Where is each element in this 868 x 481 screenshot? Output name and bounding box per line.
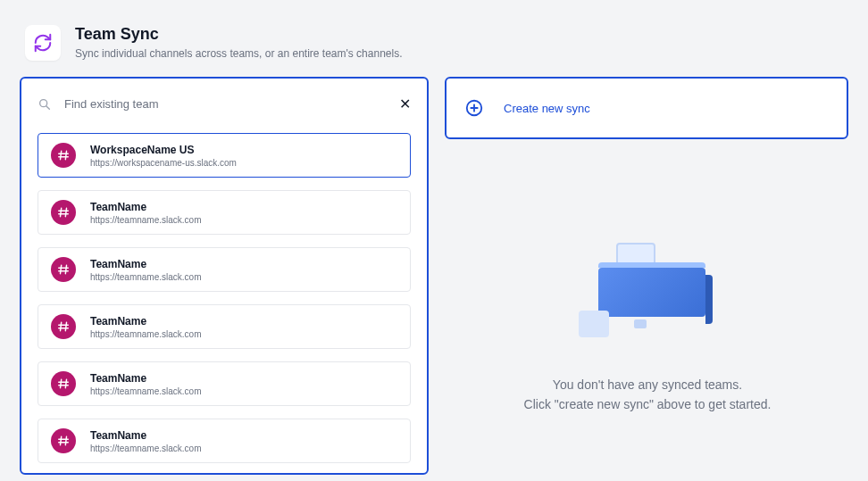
clear-search-button[interactable]: ✕ [399,97,411,112]
svg-line-6 [61,208,62,216]
team-url: https://teamname.slack.com [90,272,202,282]
slack-icon [51,314,76,339]
svg-line-14 [61,322,62,330]
team-url: https://teamname.slack.com [90,329,202,339]
page-title: Team Sync [75,25,402,44]
slack-icon [51,200,76,225]
page-header: Team Sync Sync individual channels acros… [0,0,868,77]
search-panel: ✕ WorkspaceName UShttps://workspacename-… [20,77,429,475]
sync-icon [33,33,53,53]
search-input[interactable] [63,96,388,112]
team-list: WorkspaceName UShttps://workspacename-us… [38,133,411,463]
sync-logo [25,25,61,61]
slack-icon [51,257,76,282]
team-card[interactable]: TeamNamehttps://teamname.slack.com [38,361,411,406]
team-card[interactable]: WorkspaceName UShttps://workspacename-us… [38,133,411,178]
team-name: WorkspaceName US [90,144,237,156]
page-subtitle: Sync individual channels across teams, o… [75,47,402,60]
team-name: TeamName [90,258,202,270]
svg-line-10 [61,265,62,273]
svg-line-19 [65,379,66,387]
team-name: TeamName [90,429,202,442]
svg-line-3 [65,151,66,159]
svg-line-7 [65,208,66,216]
team-name: TeamName [90,201,202,213]
svg-line-1 [46,105,50,109]
search-row: ✕ [38,96,411,112]
search-icon [38,97,52,112]
slack-icon [51,143,76,168]
svg-line-2 [61,151,62,159]
team-card[interactable]: TeamNamehttps://teamname.slack.com [38,190,411,235]
svg-line-23 [65,436,66,444]
team-name: TeamName [90,315,202,328]
create-sync-label: Create new sync [504,102,590,115]
svg-line-11 [65,265,66,273]
team-url: https://teamname.slack.com [90,215,202,225]
plus-circle-icon [464,98,484,118]
team-name: TeamName [90,372,202,385]
team-card[interactable]: TeamNamehttps://teamname.slack.com [38,419,411,463]
create-sync-button[interactable]: Create new sync [445,77,848,139]
close-icon: ✕ [399,96,411,112]
team-url: https://teamname.slack.com [90,386,202,396]
team-url: https://workspacename-us.slack.com [90,158,237,168]
team-card[interactable]: TeamNamehttps://teamname.slack.com [38,304,411,349]
slack-icon [51,428,76,453]
svg-line-18 [61,379,62,387]
team-card[interactable]: TeamNamehttps://teamname.slack.com [38,247,411,292]
slack-icon [51,371,76,396]
svg-line-22 [61,436,62,444]
svg-line-15 [65,322,66,330]
team-url: https://teamname.slack.com [90,444,202,453]
